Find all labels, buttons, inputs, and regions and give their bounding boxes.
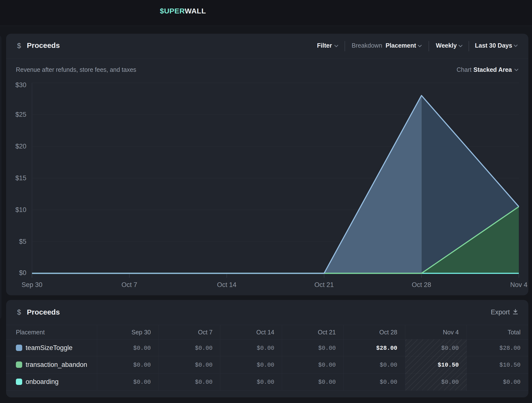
svg-text:Oct 14: Oct 14	[217, 281, 236, 288]
svg-text:Oct 28: Oct 28	[412, 281, 431, 288]
svg-text:$25: $25	[15, 111, 26, 118]
svg-text:$20: $20	[15, 143, 26, 150]
svg-text:$5: $5	[19, 238, 26, 245]
svg-text:$15: $15	[15, 174, 26, 182]
svg-text:$10: $10	[15, 206, 26, 213]
svg-text:$30: $30	[15, 81, 26, 89]
svg-text:Oct 21: Oct 21	[314, 281, 334, 288]
svg-text:$0: $0	[19, 269, 26, 276]
svg-text:Oct 7: Oct 7	[122, 281, 137, 288]
svg-text:Sep 30: Sep 30	[21, 281, 42, 288]
svg-text:Nov 4: Nov 4	[510, 281, 528, 288]
